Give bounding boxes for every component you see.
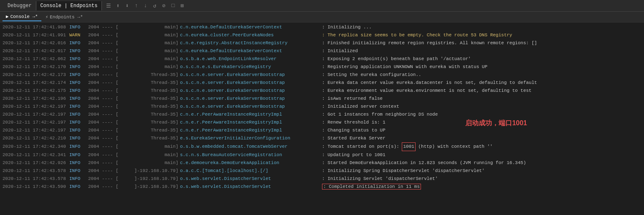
log-thread-id: 2004 ---- [ <box>88 143 126 151</box>
log-class: c.n.eureka.cluster.PeerEurekaNodes <box>180 31 322 39</box>
log-thread: ]-192.168.10.79] <box>126 175 180 183</box>
log-thread: Thread-35] <box>126 134 180 142</box>
log-level: INFO <box>69 126 88 134</box>
log-thread-id: 2004 ---- [ <box>88 175 126 183</box>
menu-icon[interactable]: ☰ <box>105 3 112 9</box>
log-line: 2020-12-11 17:42:42.926 INFO 2004 ---- [… <box>0 159 644 167</box>
log-message: : Completed initialization in 11 ms <box>322 183 641 191</box>
up-icon[interactable]: ⬆ <box>114 3 121 9</box>
log-timestamp: 2020-12-11 17:42:42.174 <box>3 79 69 87</box>
log-line: 2020-12-11 17:42:42.196 INFO 2004 ---- [… <box>0 95 644 103</box>
log-level: WARN <box>69 31 88 39</box>
log-class: c.n.eureka.DefaultEurekaServerContext <box>180 23 322 31</box>
log-timestamp: 2020-12-11 17:42:42.017 <box>3 47 69 55</box>
log-line: 2020-12-11 17:42:42.173 INFO 2004 ---- [… <box>0 71 644 79</box>
grid-icon[interactable]: ⊞ <box>179 3 185 9</box>
log-timestamp: 2020-12-11 17:42:42.926 <box>3 159 69 167</box>
log-message: : Got 1 instances from neighboring DS no… <box>322 111 641 119</box>
down2-icon[interactable]: ↓ <box>142 3 149 9</box>
toolbar-tools: ☰ ⬆ ⬇ ↑ ↓ ↺ ⊘ □ ⊞ <box>105 3 185 9</box>
log-level: INFO <box>69 159 88 167</box>
log-thread: Thread-35] <box>126 119 180 126</box>
tab-debugger[interactable]: Debugger <box>3 1 36 10</box>
endpoints-icon: ⚡ <box>46 14 48 20</box>
log-message: : Initialized <box>322 47 641 55</box>
log-message: : Initializing Servlet 'dispatcherServle… <box>322 175 641 183</box>
log-message: : Exposing 2 endpoint(s) beneath base pa… <box>322 55 641 63</box>
log-message: : Updating port to 1001 <box>322 151 641 159</box>
log-timestamp: 2020-12-11 17:42:43.590 <box>3 183 69 191</box>
log-timestamp: 2020-12-11 17:42:42.062 <box>3 55 69 63</box>
log-class: c.n.e.registry.AbstractInstanceRegistry <box>180 39 322 47</box>
log-thread-id: 2004 ---- [ <box>88 47 126 55</box>
log-class: e.s.EurekaServerInitializerConfiguration <box>180 134 322 142</box>
log-thread-id: 2004 ---- [ <box>88 55 126 63</box>
log-message: : Started Eureka Server <box>322 134 641 142</box>
log-thread-id: 2004 ---- [ <box>88 79 126 87</box>
log-level: INFO <box>69 134 88 142</box>
log-level: INFO <box>69 167 88 175</box>
log-thread: main] <box>126 23 180 31</box>
log-message: : Finished initializing remote region re… <box>322 39 641 47</box>
log-class: o.s.c.n.e.server.EurekaServerBootstrap <box>180 95 322 103</box>
log-class: o.s.c.n.e.server.EurekaServerBootstrap <box>180 79 322 87</box>
log-level: INFO <box>69 23 88 31</box>
log-timestamp: 2020-12-11 17:42:42.170 <box>3 63 69 71</box>
log-message: : Tomcat started on port(s): 1001 (http)… <box>322 142 641 151</box>
log-timestamp: 2020-12-11 17:42:41.988 <box>3 23 69 31</box>
log-line: 2020-12-11 17:42:42.016 INFO 2004 ---- [… <box>0 39 644 47</box>
log-thread-id: 2004 ---- [ <box>88 39 126 47</box>
completed-highlight: : Completed initialization in 11 ms <box>322 184 421 190</box>
log-timestamp: 2020-12-11 17:42:42.197 <box>3 111 69 119</box>
log-thread-id: 2004 ---- [ <box>88 111 126 119</box>
log-line: 2020-12-11 17:42:42.197 INFO 2004 ---- [… <box>0 119 644 126</box>
log-timestamp: 2020-12-11 17:42:43.578 <box>3 175 69 183</box>
log-class: o.s.b.w.embedded.tomcat.TomcatWebServer <box>180 143 322 151</box>
log-timestamp: 2020-12-11 17:42:42.173 <box>3 71 69 79</box>
log-thread: Thread-35] <box>126 71 180 79</box>
log-line: 2020-12-11 17:42:41.991 WARN 2004 ---- [… <box>0 31 644 39</box>
log-line: 2020-12-11 17:42:42.170 INFO 2004 ---- [… <box>0 63 644 71</box>
log-class: o.s.c.n.e.s.EurekaServiceRegistry <box>180 63 322 71</box>
log-message: : Initializing ... <box>322 23 641 31</box>
log-thread: Thread-35] <box>126 126 180 134</box>
window-icon[interactable]: □ <box>170 3 176 9</box>
log-line: 2020-12-11 17:42:42.341 INFO 2004 ---- [… <box>0 151 644 159</box>
up2-icon[interactable]: ↑ <box>133 3 139 9</box>
log-level: INFO <box>69 119 88 126</box>
log-thread: Thread-35] <box>126 111 180 119</box>
stop-icon[interactable]: ⊘ <box>160 3 167 9</box>
log-line: 2020-12-11 17:42:43.578 INFO 2004 ---- [… <box>0 167 644 175</box>
log-line: 2020-12-11 17:42:42.210 INFO 2004 ---- [… <box>0 134 644 142</box>
log-class: o.s.c.n.e.server.EurekaServerBootstrap <box>180 87 322 95</box>
sub-tab-endpoints[interactable]: ⚡ Endpoints →* <box>42 13 86 21</box>
log-level: INFO <box>69 39 88 47</box>
log-thread-id: 2004 ---- [ <box>88 119 126 126</box>
log-level: INFO <box>69 103 88 111</box>
log-line: 2020-12-11 17:42:43.578 INFO 2004 ---- [… <box>0 175 644 183</box>
log-class: o.s.web.servlet.DispatcherServlet <box>180 175 322 183</box>
log-level: INFO <box>69 71 88 79</box>
tab-console-endpoints[interactable]: Console | Endpoints <box>36 1 102 10</box>
sub-toolbar: ▶ Console →* ⚡ Endpoints →* <box>0 12 644 23</box>
log-thread-id: 2004 ---- [ <box>88 71 126 79</box>
log-class: o.s.c.n.e.server.EurekaServerBootstrap <box>180 71 322 79</box>
log-class: s.c.n.s.BureauAutoServiceRegistration <box>180 151 322 159</box>
log-message: : Changing status to UP <box>322 126 641 134</box>
log-container[interactable]: 2020-12-11 17:42:41.988 INFO 2004 ---- [… <box>0 23 644 215</box>
log-thread-id: 2004 ---- [ <box>88 134 126 142</box>
log-message: : Started DemoEurekaApplication in 12.82… <box>322 159 641 167</box>
log-message: : The replica size seems to be empty. Ch… <box>322 31 641 39</box>
log-thread: ]-192.168.10.79] <box>126 167 180 175</box>
log-thread: main] <box>126 31 180 39</box>
log-thread: main] <box>126 47 180 55</box>
log-class: c.n.eureka.DefaultEurekaServerContext <box>180 47 322 55</box>
log-thread-id: 2004 ---- [ <box>88 151 126 159</box>
log-thread-id: 2004 ---- [ <box>88 103 126 111</box>
log-level: INFO <box>69 55 88 63</box>
log-timestamp: 2020-12-11 17:42:43.578 <box>3 167 69 175</box>
down-icon[interactable]: ⬇ <box>124 3 130 9</box>
sub-tab-console[interactable]: ▶ Console →* <box>3 13 41 21</box>
port-highlight: 1001 <box>402 142 415 151</box>
refresh-icon[interactable]: ↺ <box>151 3 158 9</box>
